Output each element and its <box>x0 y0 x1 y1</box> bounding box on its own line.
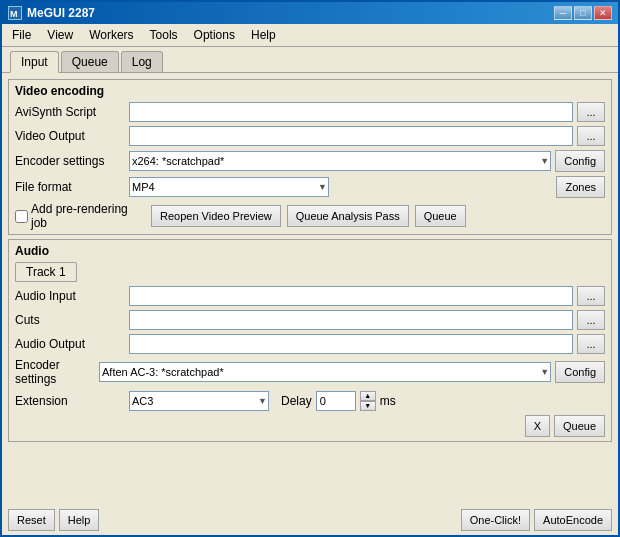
menu-help[interactable]: Help <box>245 26 282 44</box>
menu-view[interactable]: View <box>41 26 79 44</box>
audio-output-browse-button[interactable]: ... <box>577 334 605 354</box>
audio-input-browse-button[interactable]: ... <box>577 286 605 306</box>
footer: Reset Help One-Click! AutoEncode <box>2 505 618 535</box>
zones-button[interactable]: Zones <box>556 176 605 198</box>
add-pre-rendering-text: Add pre-rendering job <box>31 202 145 230</box>
add-pre-rendering-row: Add pre-rendering job Reopen Video Previ… <box>15 202 605 230</box>
cuts-input[interactable] <box>129 310 573 330</box>
ms-label: ms <box>380 394 396 408</box>
file-format-row: File format MP4 MKV AVI ▼ Zones <box>15 176 605 198</box>
avisynth-row: AviSynth Script ... <box>15 102 605 122</box>
footer-right: One-Click! AutoEncode <box>461 509 612 531</box>
audio-encoder-dropdown-wrapper: Aften AC-3: *scratchpad* ▼ <box>99 362 551 382</box>
menu-tools[interactable]: Tools <box>144 26 184 44</box>
audio-tabs: Track 1 <box>15 262 605 282</box>
video-encoding-section: Video encoding AviSynth Script ... Video… <box>8 79 612 235</box>
encoder-dropdown-wrapper: x264: *scratchpad* ▼ <box>129 151 551 171</box>
cuts-label: Cuts <box>15 313 125 327</box>
queue-analysis-pass-button[interactable]: Queue Analysis Pass <box>287 205 409 227</box>
tabs-bar: Input Queue Log <box>2 47 618 72</box>
encoder-settings-label: Encoder settings <box>15 154 125 168</box>
maximize-button[interactable]: □ <box>574 6 592 20</box>
cuts-row: Cuts ... <box>15 310 605 330</box>
footer-left: Reset Help <box>8 509 99 531</box>
audio-encoder-dropdown[interactable]: Aften AC-3: *scratchpad* <box>99 362 551 382</box>
avisynth-input[interactable] <box>129 102 573 122</box>
extension-row: Extension AC3 AAC MP3 DTS ▼ Delay ▲ ▼ m <box>15 391 605 411</box>
reopen-video-preview-button[interactable]: Reopen Video Preview <box>151 205 281 227</box>
delay-spinner-up[interactable]: ▲ <box>360 391 376 401</box>
content-area: Video encoding AviSynth Script ... Video… <box>2 72 618 505</box>
title-bar: M MeGUI 2287 ─ □ ✕ <box>2 2 618 24</box>
audio-action-row: X Queue <box>15 415 605 437</box>
main-window: M MeGUI 2287 ─ □ ✕ File View Workers Too… <box>0 0 620 537</box>
avisynth-label: AviSynth Script <box>15 105 125 119</box>
audio-encoder-label: Encodersettings <box>15 358 95 387</box>
audio-output-row: Audio Output ... <box>15 334 605 354</box>
menubar: File View Workers Tools Options Help <box>2 24 618 47</box>
tab-log[interactable]: Log <box>121 51 163 72</box>
file-format-wrapper: MP4 MKV AVI ▼ <box>129 177 329 197</box>
window-title: MeGUI 2287 <box>27 6 95 20</box>
encoder-config-button[interactable]: Config <box>555 150 605 172</box>
audio-encoder-row: Encodersettings Aften AC-3: *scratchpad*… <box>15 358 605 387</box>
avisynth-browse-button[interactable]: ... <box>577 102 605 122</box>
title-bar-left: M MeGUI 2287 <box>8 6 95 20</box>
menu-options[interactable]: Options <box>188 26 241 44</box>
audio-section: Audio Track 1 Audio Input ... Cuts ... A… <box>8 239 612 442</box>
app-icon: M <box>8 6 22 20</box>
minimize-button[interactable]: ─ <box>554 6 572 20</box>
audio-output-input[interactable] <box>129 334 573 354</box>
add-pre-rendering-checkbox[interactable] <box>15 210 28 223</box>
encoder-settings-row: Encoder settings x264: *scratchpad* ▼ Co… <box>15 150 605 172</box>
audio-queue-button[interactable]: Queue <box>554 415 605 437</box>
menu-file[interactable]: File <box>6 26 37 44</box>
help-button[interactable]: Help <box>59 509 100 531</box>
delay-spinner-down[interactable]: ▼ <box>360 401 376 411</box>
menu-workers[interactable]: Workers <box>83 26 139 44</box>
audio-track-1-tab[interactable]: Track 1 <box>15 262 77 282</box>
encoder-settings-dropdown[interactable]: x264: *scratchpad* <box>129 151 551 171</box>
autoencode-button[interactable]: AutoEncode <box>534 509 612 531</box>
extension-dropdown-wrapper: AC3 AAC MP3 DTS ▼ <box>129 391 269 411</box>
close-button[interactable]: ✕ <box>594 6 612 20</box>
tab-input[interactable]: Input <box>10 51 59 73</box>
audio-x-button[interactable]: X <box>525 415 550 437</box>
video-output-input[interactable] <box>129 126 573 146</box>
svg-text:M: M <box>10 9 18 19</box>
file-format-label: File format <box>15 180 125 194</box>
video-encoding-title: Video encoding <box>15 84 605 98</box>
extension-dropdown[interactable]: AC3 AAC MP3 DTS <box>129 391 269 411</box>
video-output-label: Video Output <box>15 129 125 143</box>
audio-input-row: Audio Input ... <box>15 286 605 306</box>
extension-label: Extension <box>15 394 125 408</box>
reset-button[interactable]: Reset <box>8 509 55 531</box>
delay-spinner: ▲ ▼ <box>360 391 376 411</box>
video-output-row: Video Output ... <box>15 126 605 146</box>
one-click-button[interactable]: One-Click! <box>461 509 530 531</box>
cuts-browse-button[interactable]: ... <box>577 310 605 330</box>
audio-input-field[interactable] <box>129 286 573 306</box>
video-output-browse-button[interactable]: ... <box>577 126 605 146</box>
audio-output-label: Audio Output <box>15 337 125 351</box>
title-bar-controls: ─ □ ✕ <box>554 6 612 20</box>
add-pre-rendering-label[interactable]: Add pre-rendering job <box>15 202 145 230</box>
delay-input[interactable] <box>316 391 356 411</box>
audio-input-label: Audio Input <box>15 289 125 303</box>
delay-label: Delay <box>281 394 312 408</box>
file-format-dropdown[interactable]: MP4 MKV AVI <box>129 177 329 197</box>
video-queue-button[interactable]: Queue <box>415 205 466 227</box>
tab-queue[interactable]: Queue <box>61 51 119 72</box>
audio-encoder-config-button[interactable]: Config <box>555 361 605 383</box>
audio-section-title: Audio <box>15 244 605 258</box>
